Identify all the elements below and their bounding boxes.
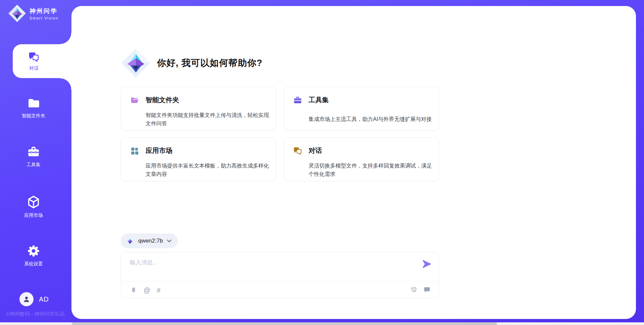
sidebar-item-app-market[interactable]: 应用市场 xyxy=(12,195,55,218)
card-description: 集成市场上主流工具，助力AI与外界无缝扩展与对接 xyxy=(309,115,435,130)
sidebar-item-label: 对话 xyxy=(29,65,39,71)
briefcase-icon xyxy=(293,96,309,112)
composer-divider xyxy=(121,281,439,281)
sidebar-item-settings[interactable]: 系统设置 xyxy=(12,244,55,267)
user-name: AD xyxy=(39,296,49,303)
chat-bubble-icon[interactable] xyxy=(423,286,431,294)
grid-icon xyxy=(130,146,146,158)
send-button[interactable] xyxy=(422,260,431,268)
greeting-section: 你好, 我可以如何帮助你? xyxy=(121,48,263,78)
assistant-diamond-icon xyxy=(121,48,151,78)
message-composer: @ # xyxy=(121,252,439,298)
brand-name: 神州问学 xyxy=(30,7,58,15)
open-folder-icon xyxy=(130,96,146,108)
active-tab-bottom-curve xyxy=(60,78,71,89)
model-selector[interactable]: qwen2:7b xyxy=(121,234,178,248)
send-icon xyxy=(422,260,431,268)
feature-card-toolset[interactable]: 工具集 集成市场上主流工具，助力AI与外界无缝扩展与对接 xyxy=(284,87,439,131)
model-name: qwen2:7b xyxy=(138,238,163,244)
sidebar-item-chat[interactable]: 对话 xyxy=(13,44,72,78)
chat-bubbles-icon xyxy=(28,51,40,63)
card-description: 灵活切换多模型文件，支持多样回复效果调试，满足个性化需求 xyxy=(309,161,435,181)
card-description: 应用市场提供丰富长文本模板，助力高效生成多样化文章内容 xyxy=(146,161,272,181)
card-description: 智能文件夹功能支持批量文件上传与清洗，轻松实现文件问答 xyxy=(146,111,272,131)
history-icon[interactable] xyxy=(410,286,418,294)
feature-card-app-market[interactable]: 应用市场 应用市场提供丰富长文本模板，助力高效生成多样化文章内容 xyxy=(121,137,276,181)
user-profile[interactable]: AD xyxy=(19,292,49,306)
brand-tagline: Smart Vision xyxy=(30,16,58,20)
sidebar-item-smart-folder[interactable]: 智能文件夹 xyxy=(12,96,55,119)
feature-card-chat[interactable]: 对话 灵活切换多模型文件，支持多样回复效果调试，满足个性化需求 xyxy=(284,137,439,181)
card-title: 工具集 xyxy=(309,95,435,112)
greeting-title: 你好, 我可以如何帮助你? xyxy=(157,57,263,69)
card-title: 对话 xyxy=(309,146,435,158)
sidebar-item-label: 应用市场 xyxy=(24,212,43,218)
chat-bubbles-icon xyxy=(293,146,309,158)
sidebar-item-label: 工具集 xyxy=(26,162,41,168)
gear-icon xyxy=(26,244,41,258)
horizontal-scrollbar-thumb[interactable] xyxy=(72,322,497,325)
message-input[interactable] xyxy=(130,259,418,279)
active-tab-top-curve xyxy=(60,33,71,44)
card-title: 应用市场 xyxy=(146,146,272,158)
app-logo: 神州问学 Smart Vision xyxy=(8,4,58,22)
topic-icon[interactable]: # xyxy=(157,286,160,294)
avatar xyxy=(19,292,34,306)
horizontal-scrollbar-track xyxy=(0,322,644,325)
card-title: 智能文件夹 xyxy=(146,95,272,108)
cube-icon xyxy=(26,195,41,209)
feature-card-smart-folder[interactable]: 智能文件夹 智能文件夹功能支持批量文件上传与清洗，轻松实现文件问答 xyxy=(121,87,276,131)
sidebar-item-toolset[interactable]: 工具集 xyxy=(12,145,55,168)
sidebar-item-label: 系统设置 xyxy=(24,261,43,267)
chevron-down-icon xyxy=(167,239,172,243)
feature-cards: 智能文件夹 智能文件夹功能支持批量文件上传与清洗，轻松实现文件问答 工具集 集成… xyxy=(121,87,439,181)
person-icon xyxy=(22,295,31,304)
briefcase-icon xyxy=(26,145,41,159)
brand-diamond-icon xyxy=(8,4,26,22)
attach-file-icon[interactable] xyxy=(130,286,137,294)
mention-icon[interactable]: @ xyxy=(144,286,150,294)
copyright-footer: ©神州数码 · 神州问学出品 xyxy=(6,311,64,317)
sidebar-item-label: 智能文件夹 xyxy=(22,113,45,119)
folder-icon xyxy=(26,96,41,110)
model-diamond-icon xyxy=(125,237,135,246)
